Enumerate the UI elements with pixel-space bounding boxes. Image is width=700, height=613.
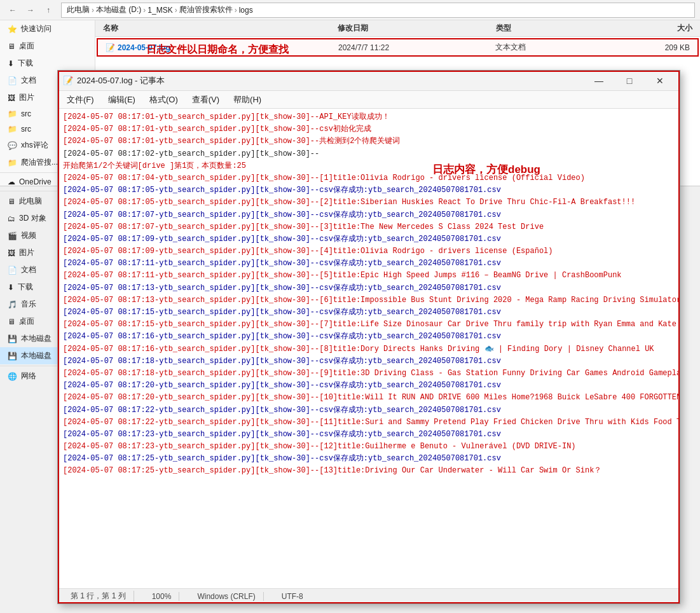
log-line: [2024-05-07 08:17:20-ytb_search_spider.p… (63, 380, 675, 392)
address-part: 本地磁盘 (D:) (96, 4, 141, 15)
picture-icon: 🖼 (8, 93, 15, 102)
doc-icon: 📄 (8, 266, 17, 275)
notepad-title-text: 2024-05-07.log - 记事本 (77, 75, 165, 86)
log-line: [2024-05-07 08:17:25-ytb_search_spider.p… (63, 453, 675, 465)
log-line: [2024-05-07 08:17:01-ytb_search_spider.p… (63, 111, 675, 123)
back-button[interactable]: ← (5, 3, 20, 18)
sidebar-item-desktop[interactable]: 🖥 桌面 (0, 38, 95, 55)
log-line: [2024-05-07 08:17:13-ytb_search_spider.p… (63, 282, 675, 294)
log-line: [2024-05-07 08:17:25-ytb_search_spider.p… (63, 465, 675, 477)
log-line: [2024-05-07 08:17:09-ytb_search_spider.p… (63, 233, 675, 245)
menu-edit[interactable]: 编辑(E) (102, 93, 142, 107)
log-line: [2024-05-07 08:17:09-ytb_search_spider.p… (63, 245, 675, 258)
log-line: [2024-05-07 08:17:23-ytb_search_spider.p… (63, 441, 675, 453)
minimize-button[interactable]: — (584, 72, 614, 90)
file-size: 209 KB (612, 43, 692, 52)
address-bar[interactable]: 此电脑 › 本地磁盘 (D:) › 1_MSK › 爬油管搜索软件 › logs (61, 3, 695, 18)
download-icon: ⬇ (8, 59, 14, 68)
log-line: [2024-05-07 08:17:05-ytb_search_spider.p… (63, 184, 675, 196)
disk-icon: 💾 (8, 352, 17, 361)
log-line: [2024-05-07 08:17:11-ytb_search_spider.p… (63, 258, 675, 270)
close-button[interactable]: ✕ (645, 72, 675, 90)
address-part: logs (239, 6, 253, 15)
log-line: [2024-05-07 08:17:02-ytb_search_spider.p… (63, 148, 675, 160)
notepad-window: 📝 2024-05-07.log - 记事本 — □ ✕ 文件(F) 编辑(E)… (57, 70, 680, 604)
col-header-type: 类型 (493, 22, 614, 35)
log-line: [2024-05-07 08:17:22-ytb_search_spider.p… (63, 417, 675, 429)
file-row[interactable]: 📝 2024-05-07.log 2024/7/7 11:22 文本文档 209… (97, 38, 699, 57)
sidebar-item-quick-access[interactable]: ⭐ 快速访问 (0, 20, 95, 38)
disk-icon: 💾 (8, 334, 17, 343)
log-line: [2024-05-07 08:17:18-ytb_search_spider.p… (63, 355, 675, 368)
log-line: [2024-05-07 08:17:01-ytb_search_spider.p… (63, 135, 675, 148)
col-header-name: 名称 (100, 22, 335, 35)
notepad-titlebar: 📝 2024-05-07.log - 记事本 — □ ✕ (58, 71, 680, 91)
maximize-button[interactable]: □ (615, 72, 644, 90)
log-line: [2024-05-07 08:17:11-ytb_search_spider.p… (63, 270, 675, 282)
doc-icon: 📄 (8, 76, 17, 85)
desktop-icon: 🖥 (8, 42, 15, 51)
menu-help[interactable]: 帮助(H) (227, 93, 268, 107)
log-line: [2024-05-07 08:17:01-ytb_search_spider.p… (63, 123, 675, 135)
menu-format[interactable]: 格式(O) (143, 93, 184, 107)
log-line: [2024-05-07 08:17:13-ytb_search_spider.p… (63, 294, 675, 306)
3d-icon: 🗂 (8, 214, 15, 223)
up-button[interactable]: ↑ (41, 3, 56, 18)
folder-icon: 📁 (8, 158, 17, 167)
cursor-position: 第 1 行，第 1 列 (63, 591, 134, 602)
picture-icon: 🖼 (8, 249, 15, 258)
log-line: [2024-05-07 08:17:18-ytb_search_spider.p… (63, 368, 675, 380)
chat-icon: 💬 (8, 141, 17, 150)
nav-buttons: ← → ↑ (5, 3, 56, 18)
cloud-icon: ☁ (8, 177, 15, 186)
log-line: [2024-05-07 08:17:15-ytb_search_spider.p… (63, 319, 675, 331)
log-line: [2024-05-07 08:17:23-ytb_search_spider.p… (63, 429, 675, 441)
notepad-content[interactable]: [2024-05-07 08:17:01-ytb_search_spider.p… (58, 109, 680, 588)
download-icon: ⬇ (8, 283, 14, 292)
log-line: [2024-05-07 08:17:07-ytb_search_spider.p… (63, 221, 675, 233)
sidebar-item-downloads[interactable]: ⬇ 下载 (0, 55, 95, 72)
file-name: 📝 2024-05-07.log (103, 43, 336, 52)
log-line: [2024-05-07 08:17:22-ytb_search_spider.p… (63, 404, 675, 417)
log-line: [2024-05-07 08:17:16-ytb_search_spider.p… (63, 343, 675, 355)
zoom-level: 100% (144, 592, 180, 601)
line-ending: Windows (CRLF) (189, 592, 263, 601)
address-part: 此电脑 (67, 4, 90, 15)
file-date: 2024/7/7 11:22 (336, 43, 493, 52)
notepad-statusbar: 第 1 行，第 1 列 100% Windows (CRLF) UTF-8 (58, 588, 680, 603)
log-line: 开始爬第1/2个关键词[drive ]第1页，本页数量:25 (63, 160, 675, 172)
log-line: [2024-05-07 08:17:04-ytb_search_spider.p… (63, 172, 675, 184)
desktop-icon: 🖥 (8, 317, 15, 326)
computer-icon: 🖥 (8, 197, 15, 206)
notepad-window-controls: — □ ✕ (584, 72, 675, 90)
log-line: [2024-05-07 08:17:16-ytb_search_spider.p… (63, 331, 675, 343)
col-header-date: 修改日期 (335, 22, 493, 35)
explorer-titlebar: ← → ↑ 此电脑 › 本地磁盘 (D:) › 1_MSK › 爬油管搜索软件 … (0, 0, 700, 20)
file-type: 文本文档 (493, 42, 612, 53)
menu-file[interactable]: 文件(F) (60, 93, 100, 107)
forward-button[interactable]: → (23, 3, 38, 18)
video-icon: 🎬 (8, 231, 17, 240)
address-part: 爬油管搜索软件 (179, 4, 233, 15)
log-line: [2024-05-07 08:17:15-ytb_search_spider.p… (63, 306, 675, 319)
star-icon: ⭐ (8, 25, 17, 34)
folder-icon: 📁 (8, 109, 17, 118)
log-line: [2024-05-07 08:17:05-ytb_search_spider.p… (63, 196, 675, 209)
menu-view[interactable]: 查看(V) (186, 93, 226, 107)
encoding: UTF-8 (274, 592, 311, 601)
log-file-icon: 📝 (106, 43, 115, 52)
file-list-header: 名称 修改日期 类型 大小 (95, 20, 700, 37)
col-header-size: 大小 (614, 22, 695, 35)
log-line: [2024-05-07 08:17:20-ytb_search_spider.p… (63, 392, 675, 404)
folder-icon: 📁 (8, 125, 17, 134)
network-icon: 🌐 (8, 372, 17, 381)
notepad-title-area: 📝 2024-05-07.log - 记事本 (63, 75, 165, 86)
address-part: 1_MSK (148, 6, 172, 15)
notepad-menu: 文件(F) 编辑(E) 格式(O) 查看(V) 帮助(H) (58, 91, 680, 109)
log-line: [2024-05-07 08:17:07-ytb_search_spider.p… (63, 209, 675, 221)
music-icon: 🎵 (8, 300, 17, 309)
notepad-icon: 📝 (63, 76, 73, 85)
